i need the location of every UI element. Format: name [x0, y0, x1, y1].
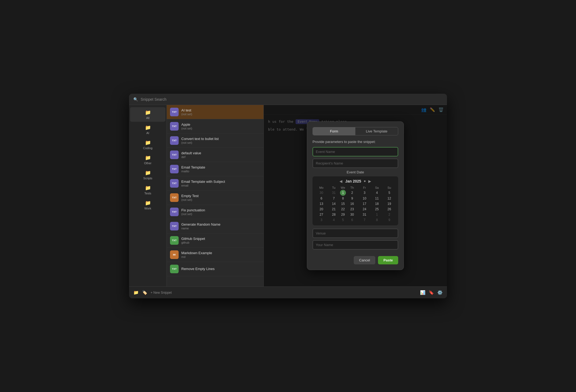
- calendar-day[interactable]: 6: [315, 196, 328, 201]
- venue-input[interactable]: [313, 229, 398, 238]
- snippet-info: Fix punctuation (not set): [181, 208, 260, 216]
- calendar-prev-button[interactable]: ◀: [339, 179, 342, 183]
- calendar-day[interactable]: 9: [346, 196, 358, 201]
- calendar-day[interactable]: 7: [358, 217, 371, 223]
- sidebar-item-coding[interactable]: 📁 Coding: [130, 137, 165, 152]
- stats-icon[interactable]: 📊: [420, 290, 425, 295]
- snippet-name: default value: [181, 151, 260, 155]
- calendar-day[interactable]: 14: [328, 201, 340, 206]
- calendar-day[interactable]: 15: [340, 201, 346, 206]
- calendar-day[interactable]: 30: [315, 190, 328, 196]
- snippet-badge: TXT: [170, 193, 179, 202]
- snippet-list: TXT AI test (not set) TXT Apple (not set…: [167, 105, 264, 286]
- snippet-info: Remove Empty Lines: [181, 267, 260, 271]
- snippet-abbr: (not set): [181, 212, 260, 216]
- dialog-overlay: Form Live Template Provide parameters to…: [264, 105, 447, 286]
- snippet-name: Fix punctuation: [181, 208, 260, 212]
- cal-header-sa: Sa: [371, 186, 383, 190]
- event-name-input[interactable]: [313, 147, 398, 156]
- list-item[interactable]: MI Markdown Example md: [167, 248, 263, 262]
- list-item[interactable]: TXT Generate Random Name name: [167, 219, 263, 233]
- calendar-day[interactable]: 3: [315, 217, 328, 223]
- snippet-name: AI test: [181, 108, 260, 112]
- calendar-day[interactable]: 17: [358, 201, 371, 206]
- calendar-day[interactable]: 29: [340, 212, 346, 217]
- app-title: Snippet Search: [141, 97, 166, 102]
- recipient-name-input[interactable]: [313, 159, 398, 168]
- calendar-month: Jan 2025: [345, 179, 361, 183]
- calendar-day[interactable]: 19: [383, 201, 395, 206]
- calendar-day[interactable]: 4: [328, 217, 340, 223]
- cal-header-we: We: [340, 186, 346, 190]
- calendar-day[interactable]: 22: [340, 206, 346, 212]
- list-item[interactable]: TXT Empty Test (not set): [167, 191, 263, 205]
- calendar-day[interactable]: 1: [340, 190, 346, 196]
- calendar-day[interactable]: 18: [371, 201, 383, 206]
- snippet-name: Convert text to bullet list: [181, 137, 260, 141]
- calendar-day[interactable]: 24: [358, 206, 371, 212]
- list-item[interactable]: TXT Email Template with Subject email: [167, 176, 263, 191]
- calendar-day[interactable]: 3: [358, 190, 371, 196]
- sidebar-item-work[interactable]: 📁 Work: [130, 198, 165, 212]
- list-item[interactable]: TXT Convert text to bullet list (not set…: [167, 134, 263, 148]
- list-item[interactable]: TXT Fix punctuation (not set): [167, 205, 263, 219]
- tag-icon[interactable]: 🏷️: [142, 290, 147, 295]
- calendar-day[interactable]: 2: [346, 190, 358, 196]
- calendar-day[interactable]: 7: [328, 196, 340, 201]
- snippet-info: Generate Random Name name: [181, 222, 260, 230]
- calendar-day[interactable]: 27: [315, 212, 328, 217]
- list-item[interactable]: TXT Apple (not set): [167, 119, 263, 134]
- sidebar-item-scripts[interactable]: 📁 Scripts: [130, 167, 165, 182]
- cancel-button[interactable]: Cancel: [354, 256, 375, 264]
- list-item[interactable]: TXT Email Template mailto: [167, 162, 263, 176]
- calendar-day[interactable]: 1: [371, 212, 383, 217]
- snippet-abbr: (not set): [181, 113, 260, 116]
- calendar-day[interactable]: 11: [371, 196, 383, 201]
- list-item[interactable]: TXT GitHub Snippet github: [167, 233, 263, 248]
- calendar-day[interactable]: 8: [340, 196, 346, 201]
- dialog-tabs: Form Live Template: [313, 127, 398, 135]
- calendar-day[interactable]: 20: [315, 206, 328, 212]
- calendar-day[interactable]: 9: [383, 217, 395, 223]
- calendar-day[interactable]: 13: [315, 201, 328, 206]
- calendar-next-button[interactable]: ▶: [368, 179, 371, 183]
- sidebar-item-ai[interactable]: 📁 AI: [130, 122, 165, 137]
- calendar-day[interactable]: 25: [371, 206, 383, 212]
- calendar-day[interactable]: 4: [371, 190, 383, 196]
- sidebar-item-other[interactable]: 📁 Other: [130, 152, 165, 167]
- calendar-day[interactable]: 30: [346, 212, 358, 217]
- sidebar-label-tests: Tests: [144, 192, 151, 195]
- calendar-day[interactable]: 21: [328, 206, 340, 212]
- snippet-name: Email Template: [181, 165, 260, 169]
- calendar-day[interactable]: 12: [383, 196, 395, 201]
- calendar-day[interactable]: 31: [358, 212, 371, 217]
- calendar-day[interactable]: 10: [358, 196, 371, 201]
- sidebar-item-all[interactable]: 📁 All: [130, 107, 165, 122]
- calendar-day[interactable]: 26: [383, 206, 395, 212]
- label-icon[interactable]: 🔖: [429, 290, 434, 295]
- calendar-day[interactable]: 8: [371, 217, 383, 223]
- calendar-day[interactable]: 5: [383, 190, 395, 196]
- your-name-input[interactable]: [313, 240, 398, 250]
- tab-live-template[interactable]: Live Template: [355, 127, 398, 135]
- paste-button[interactable]: Paste: [378, 256, 398, 264]
- ai-folder-icon: 📁: [145, 124, 151, 131]
- new-snippet-button[interactable]: + New Snippet: [151, 291, 172, 295]
- folder-icon[interactable]: 📁: [133, 290, 139, 295]
- settings-icon[interactable]: ⚙️: [437, 290, 443, 295]
- snippet-badge: TXT: [170, 122, 179, 131]
- sidebar-label-other: Other: [144, 162, 152, 165]
- tab-form[interactable]: Form: [313, 127, 355, 135]
- list-item[interactable]: TXT default value def: [167, 148, 263, 162]
- calendar-day[interactable]: 23: [346, 206, 358, 212]
- calendar-day[interactable]: 6: [346, 217, 358, 223]
- list-item[interactable]: TXT Remove Empty Lines: [167, 262, 263, 276]
- work-folder-icon: 📁: [145, 200, 151, 206]
- calendar-day[interactable]: 5: [340, 217, 346, 223]
- calendar-day[interactable]: 16: [346, 201, 358, 206]
- list-item[interactable]: TXT AI test (not set): [167, 105, 263, 119]
- calendar-day[interactable]: 2: [383, 212, 395, 217]
- sidebar-item-tests[interactable]: 📁 Tests: [130, 183, 165, 197]
- calendar-day[interactable]: 31: [328, 190, 340, 196]
- calendar-day[interactable]: 28: [328, 212, 340, 217]
